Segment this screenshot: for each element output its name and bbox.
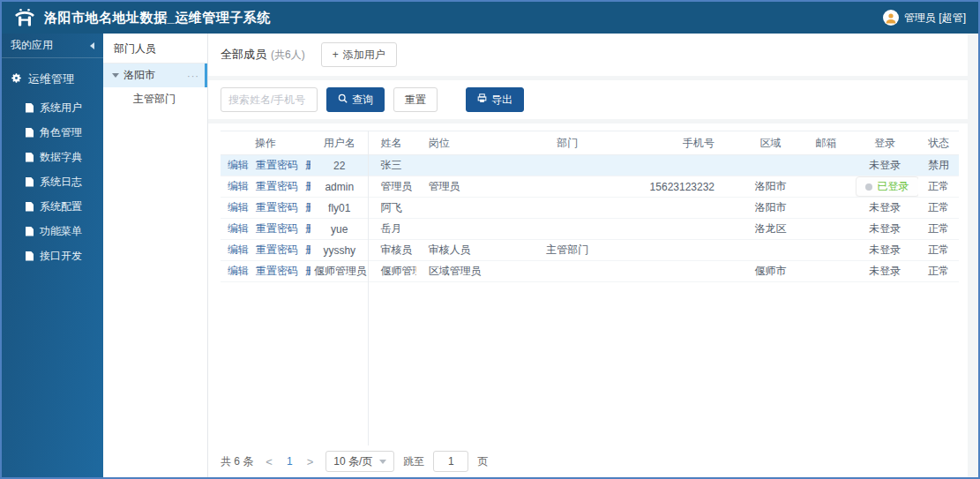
column-header: 邮箱 — [800, 131, 852, 155]
prev-page-button[interactable]: < — [262, 455, 276, 468]
cell-email — [800, 198, 852, 219]
table-row[interactable]: 编辑重置密码删除yysshy审核员审核人员主管部门未登录正常 — [221, 240, 959, 261]
delete-link[interactable]: 删除 — [305, 222, 310, 235]
edit-link[interactable]: 编辑 — [228, 159, 249, 171]
table-row[interactable]: 编辑重置密码删除yue岳月洛龙区未登录正常 — [221, 219, 959, 240]
sidebar-group-ops-management[interactable]: 运维管理 — [2, 64, 103, 95]
cell-status: 正常 — [918, 261, 959, 282]
user-menu[interactable]: 管理员 [超管] — [883, 10, 966, 26]
users-table-card: 操作用户名姓名岗位部门手机号区域邮箱登录状态 编辑重置密码删除22张三未登录禁用… — [208, 123, 968, 477]
plus-icon: + — [333, 49, 339, 61]
users-table-wrap: 操作用户名姓名岗位部门手机号区域邮箱登录状态 编辑重置密码删除22张三未登录禁用… — [221, 131, 959, 445]
export-icon — [477, 94, 487, 106]
cell-actions: 编辑重置密码删除 — [221, 198, 310, 219]
sidebar-item[interactable]: 系统配置 — [2, 194, 103, 219]
cell-position — [416, 155, 497, 176]
cell-actions: 编辑重置密码删除 — [221, 240, 310, 261]
cell-actions: 编辑重置密码删除 — [221, 155, 310, 176]
reset-password-link[interactable]: 重置密码 — [256, 222, 298, 235]
delete-link[interactable]: 删除 — [305, 159, 310, 171]
tree-node-luoyang[interactable]: 洛阳市 ··· — [103, 64, 207, 87]
reset-password-link[interactable]: 重置密码 — [256, 243, 298, 256]
column-header: 手机号 — [638, 131, 741, 155]
sidebar-item-label: 接口开发 — [40, 249, 82, 264]
cell-dept — [497, 219, 638, 240]
current-page[interactable]: 1 — [285, 455, 295, 468]
department-panel: 部门人员 洛阳市 ··· 主管部门 — [103, 34, 208, 477]
cell-dept: 主管部门 — [497, 240, 638, 261]
document-icon — [26, 153, 34, 162]
pagination: 共 6 条 < 1 > 10 条/页 跳至 页 — [221, 445, 959, 477]
logged-in-badge[interactable]: 已登录 — [856, 176, 918, 197]
logged-in-label: 已登录 — [878, 179, 909, 194]
cell-region — [741, 155, 800, 176]
cell-actions: 编辑重置密码删除 — [221, 176, 310, 198]
column-header: 登录 — [852, 131, 918, 155]
tree-node-supervising-dept[interactable]: 主管部门 — [103, 87, 207, 110]
sidebar-item[interactable]: 角色管理 — [2, 120, 103, 145]
sidebar-item-label: 系统日志 — [40, 175, 82, 190]
sidebar-item[interactable]: 接口开发 — [2, 243, 103, 268]
cell-username: fly01 — [310, 198, 368, 219]
more-icon[interactable]: ··· — [187, 71, 199, 81]
cell-region: 洛阳市 — [741, 198, 800, 219]
reset-button[interactable]: 重置 — [393, 87, 438, 112]
column-header: 部门 — [497, 131, 638, 155]
cell-region: 洛龙区 — [741, 219, 800, 240]
edit-link[interactable]: 编辑 — [228, 243, 249, 256]
table-row[interactable]: 编辑重置密码删除22张三未登录禁用 — [221, 155, 959, 176]
sidebar-item[interactable]: 系统日志 — [2, 169, 103, 194]
sidebar-item[interactable]: 功能菜单 — [2, 219, 103, 243]
jump-page-input[interactable] — [433, 451, 468, 472]
edit-link[interactable]: 编辑 — [228, 201, 249, 213]
edit-link[interactable]: 编辑 — [228, 265, 249, 277]
user-label: 管理员 [超管] — [904, 11, 966, 26]
cell-status: 正常 — [918, 176, 959, 198]
sidebar: 我的应用 运维管理 系统用户角色管理数据字典系统日志系统配置功能菜单接口开发 — [2, 34, 103, 477]
document-icon — [26, 202, 34, 212]
delete-link[interactable]: 删除 — [305, 265, 310, 277]
reset-password-link[interactable]: 重置密码 — [256, 265, 298, 277]
app-window: 洛阳市地名地址数据_运维管理子系统 管理员 [超管] 我的应用 — [0, 0, 980, 479]
archway-logo-icon — [14, 8, 35, 27]
cell-email — [800, 176, 852, 198]
reset-password-link[interactable]: 重置密码 — [256, 180, 298, 192]
cell-phone — [638, 261, 741, 282]
delete-link[interactable]: 删除 — [305, 243, 310, 256]
sidebar-item-label: 系统用户 — [40, 101, 82, 116]
query-button[interactable]: 查询 — [326, 87, 385, 112]
reset-password-link[interactable]: 重置密码 — [256, 159, 298, 171]
search-input[interactable] — [221, 87, 318, 112]
cell-login: 未登录 — [852, 155, 918, 176]
cell-email — [800, 155, 852, 176]
page-size-select[interactable]: 10 条/页 — [325, 451, 394, 472]
next-page-button[interactable]: > — [303, 455, 318, 468]
collapse-arrow-icon[interactable] — [90, 42, 94, 49]
caret-down-icon[interactable] — [112, 73, 119, 78]
table-row[interactable]: 编辑重置密码删除admin管理员管理员15623123232洛阳市已登录正常 — [221, 176, 959, 198]
delete-link[interactable]: 删除 — [305, 180, 310, 192]
sidebar-item[interactable]: 系统用户 — [2, 95, 103, 120]
members-label: 全部成员 — [221, 47, 266, 63]
column-header: 状态 — [918, 131, 959, 155]
document-icon — [26, 177, 34, 187]
main-content: 全部成员 (共6人) + 添加用户 查询 — [208, 34, 978, 477]
cell-email — [800, 240, 852, 261]
add-user-button[interactable]: + 添加用户 — [321, 42, 397, 67]
cell-name: 岳月 — [368, 219, 415, 240]
export-button[interactable]: 导出 — [466, 87, 524, 112]
table-row[interactable]: 编辑重置密码删除fly01阿飞洛阳市未登录正常 — [221, 198, 959, 219]
chevron-down-icon — [379, 460, 386, 464]
table-row[interactable]: 编辑重置密码删除偃师管理员偃师管理员区域管理员偃师市未登录正常 — [221, 261, 959, 282]
edit-link[interactable]: 编辑 — [228, 222, 249, 235]
cell-region: 洛阳市 — [741, 176, 800, 198]
edit-link[interactable]: 编辑 — [228, 180, 249, 192]
cell-phone — [638, 155, 741, 176]
cell-login: 未登录 — [852, 240, 918, 261]
sidebar-item[interactable]: 数据字典 — [2, 145, 103, 169]
sidebar-section-my-apps[interactable]: 我的应用 — [2, 34, 103, 58]
page-title: 洛阳市地名地址数据_运维管理子系统 — [44, 10, 271, 26]
delete-link[interactable]: 删除 — [305, 201, 310, 213]
cell-phone — [638, 198, 741, 219]
reset-password-link[interactable]: 重置密码 — [256, 201, 298, 213]
